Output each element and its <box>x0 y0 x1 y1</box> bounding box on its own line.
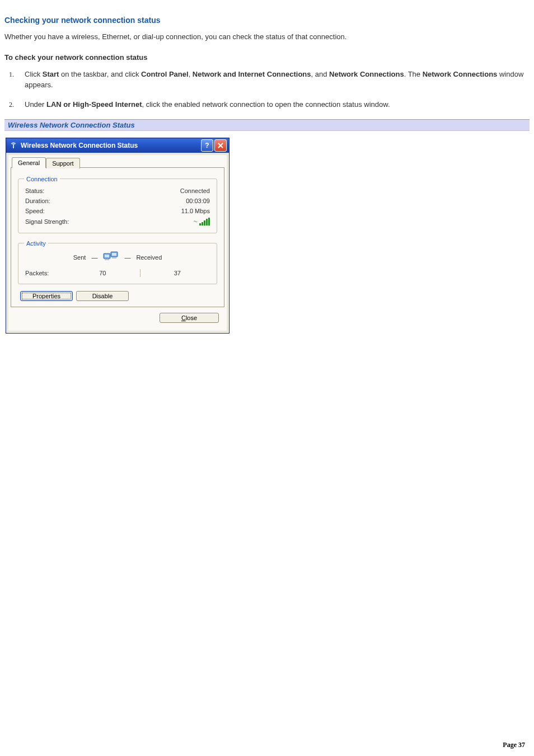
divider <box>140 269 140 277</box>
figure-caption: Wireless Network Connection Status <box>4 119 530 131</box>
dialog-title: Wireless Network Connection Status <box>21 142 201 149</box>
dialog-figure: Wireless Network Connection Status ? Gen… <box>4 133 530 338</box>
tab-strip: General Support <box>11 157 224 168</box>
speed-row: Speed: 11.0 Mbps <box>24 206 211 216</box>
dialog-titlebar: Wireless Network Connection Status ? <box>6 138 229 153</box>
signal-strength-icon: ⏦ <box>194 218 210 226</box>
close-button-rest: lose <box>186 314 197 321</box>
section-heading: Checking your network connection status <box>4 16 530 25</box>
page-number: 37 <box>518 741 525 749</box>
page-footer: Page 37 <box>503 741 525 749</box>
wireless-status-dialog: Wireless Network Connection Status ? Gen… <box>6 138 229 334</box>
steps-list: 1. Click Start on the taskbar, and click… <box>4 69 530 110</box>
activity-legend: Activity <box>24 240 48 247</box>
properties-button[interactable]: Properties <box>20 291 73 301</box>
signal-label: Signal Strength: <box>25 218 69 225</box>
packets-row: Packets: 70 37 <box>24 267 211 278</box>
dialog-body: General Support Connection Status: Conne… <box>8 155 227 331</box>
received-label: Received <box>136 254 162 261</box>
step-text: Click Start on the taskbar, and click Co… <box>25 70 523 89</box>
computers-icon <box>103 251 119 264</box>
sent-label: Sent <box>73 254 86 261</box>
svg-rect-0 <box>13 144 14 148</box>
connection-group: Connection Status: Connected Duration: 0… <box>18 176 217 233</box>
activity-header: Sent — <box>24 251 211 264</box>
duration-value: 00:03:09 <box>186 198 210 204</box>
page-label: Page <box>503 741 518 749</box>
step-text: Under LAN or High-Speed Internet, click … <box>25 100 390 109</box>
duration-row: Duration: 00:03:09 <box>24 196 211 206</box>
svg-rect-6 <box>112 257 116 259</box>
close-window-button[interactable] <box>214 139 227 152</box>
status-label: Status: <box>25 187 44 194</box>
close-button[interactable]: Close <box>160 313 219 323</box>
duration-label: Duration: <box>25 198 50 204</box>
activity-group: Activity Sent — <box>18 240 217 284</box>
close-icon <box>218 143 223 148</box>
svg-rect-2 <box>105 255 109 257</box>
connection-legend: Connection <box>24 176 60 182</box>
disable-button[interactable]: Disable <box>76 291 129 301</box>
help-button[interactable]: ? <box>201 139 213 152</box>
intro-paragraph: Whether you have a wireless, Ethernet, o… <box>4 32 530 41</box>
tab-support[interactable]: Support <box>46 158 80 168</box>
step-number: 1. <box>9 70 14 79</box>
svg-rect-3 <box>105 259 109 260</box>
packets-sent-value: 70 <box>70 270 135 276</box>
svg-rect-5 <box>112 253 116 256</box>
packets-received-value: 37 <box>145 270 210 276</box>
tab-general[interactable]: General <box>12 157 46 168</box>
action-buttons: Properties Disable <box>18 291 217 301</box>
speed-label: Speed: <box>25 208 45 214</box>
dialog-footer: Close <box>11 307 224 327</box>
packets-label: Packets: <box>25 270 70 276</box>
speed-value: 11.0 Mbps <box>181 208 210 214</box>
signal-row: Signal Strength: ⏦ <box>24 216 211 227</box>
step-item: 1. Click Start on the taskbar, and click… <box>25 69 530 91</box>
status-value: Connected <box>180 187 210 194</box>
status-row: Status: Connected <box>24 186 211 196</box>
procedure-title: To check your network connection status <box>4 53 530 62</box>
tab-pane-general: Connection Status: Connected Duration: 0… <box>11 167 224 307</box>
step-number: 2. <box>9 100 14 110</box>
step-item: 2. Under LAN or High-Speed Internet, cli… <box>25 100 530 110</box>
wireless-icon <box>10 142 17 149</box>
